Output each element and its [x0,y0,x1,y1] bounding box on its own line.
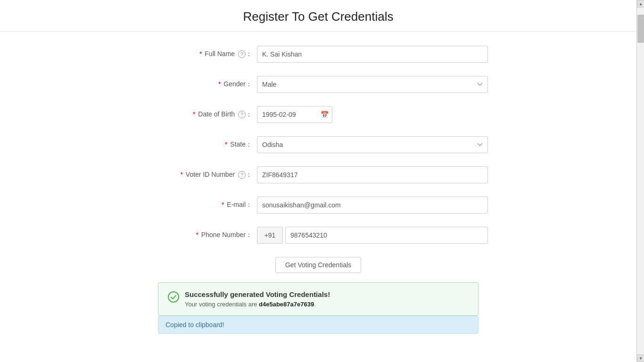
full-name-help-icon[interactable]: ? [238,50,246,58]
success-credential: d4e5abe87a7e7639 [259,301,314,308]
button-row: Get Voting Credentials [149,257,488,273]
email-input[interactable] [257,197,488,214]
state-label: * State： [149,140,257,149]
success-detail-suffix: . [314,301,316,308]
success-title: Successfully generated Voting Credential… [185,290,469,298]
success-check-icon [168,291,179,304]
gender-label-text: Gender [223,80,246,88]
page-title: Register To Get Credentials [0,9,636,32]
form-container: * Full Name ?： * Gender： Male Female Oth… [130,41,507,338]
svg-point-0 [168,292,179,302]
alert-area: Successfully generated Voting Credential… [158,282,479,334]
required-asterisk: * [199,50,202,58]
state-label-text: State [230,140,246,148]
state-select[interactable]: Odisha Maharashtra Kerala Tamil Nadu Kar… [257,136,488,153]
required-asterisk: * [193,110,195,118]
scrollbar-arrow-down[interactable]: ▼ [637,354,644,362]
full-name-input[interactable] [257,46,488,63]
dob-label: * Date of Birth ?： [149,110,257,119]
submit-button[interactable]: Get Voting Credentials [275,257,361,273]
clipboard-box: Copied to clipboard! [158,316,479,334]
email-label-text: E-mail [227,201,246,208]
success-text-block: Successfully generated Voting Credential… [185,290,469,308]
phone-label: * Phone Number： [149,231,257,239]
scrollbar-arrow-up[interactable]: ▲ [637,0,644,8]
scrollbar-thumb[interactable] [637,15,644,43]
success-detail: Your voting credentials are d4e5abe87a7e… [185,301,469,308]
required-asterisk: * [225,140,227,148]
dob-input-wrapper: 📅 [257,106,332,123]
phone-number-input[interactable] [285,227,488,244]
gender-select[interactable]: Male Female Other [257,76,488,93]
full-name-label-text: Full Name [205,50,235,58]
phone-label-text: Phone Number [201,231,246,239]
voter-id-label-text: Voter ID Number [186,171,235,178]
dob-help-icon[interactable]: ? [238,111,246,118]
required-asterisk: * [222,201,224,208]
gender-row: * Gender： Male Female Other [149,76,488,93]
page-wrapper: Register To Get Credentials * Full Name … [0,0,644,362]
gender-label: * Gender： [149,80,257,89]
dob-label-text: Date of Birth [198,110,235,118]
voter-id-row: * Voter ID Number ?： [149,166,488,183]
voter-id-input[interactable] [257,166,488,183]
full-name-row: * Full Name ?： [149,46,488,63]
required-asterisk: * [181,171,183,178]
phone-prefix-input[interactable] [257,227,283,244]
required-asterisk: * [218,80,221,88]
scrollbar[interactable]: ▲ ▼ [636,0,644,362]
phone-row: * Phone Number： [149,227,488,244]
email-row: * E-mail： [149,197,488,214]
dob-input[interactable] [257,106,332,123]
phone-input-group [257,227,488,244]
required-asterisk: * [196,231,198,239]
full-name-label: * Full Name ?： [149,50,257,58]
clipboard-message: Copied to clipboard! [165,321,224,329]
email-label: * E-mail： [149,201,257,209]
content-area: Register To Get Credentials * Full Name … [0,0,636,357]
voter-id-help-icon[interactable]: ? [238,171,246,179]
state-row: * State： Odisha Maharashtra Kerala Tamil… [149,136,488,153]
dob-row: * Date of Birth ?： 📅 [149,106,488,123]
success-box: Successfully generated Voting Credential… [158,282,479,316]
success-detail-prefix: Your voting credentials are [185,301,259,308]
voter-id-label: * Voter ID Number ?： [149,171,257,179]
